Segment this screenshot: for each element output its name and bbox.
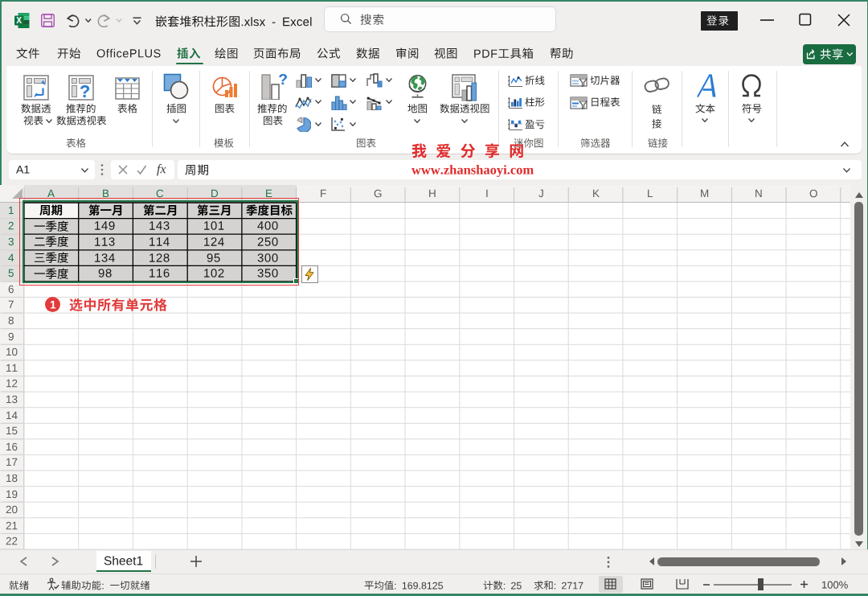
svg-text:X: X — [16, 16, 22, 25]
svg-text:?: ? — [278, 74, 287, 88]
svg-text:?: ? — [80, 81, 90, 101]
